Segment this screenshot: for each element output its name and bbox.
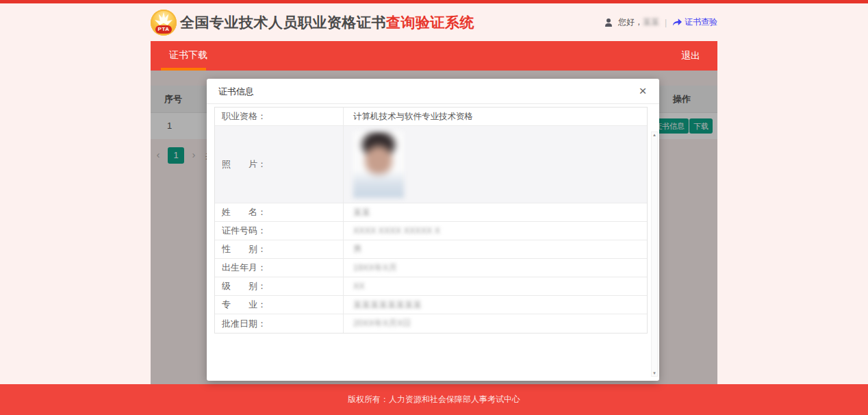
scroll-up-icon[interactable]: ▲	[652, 133, 657, 137]
field-row-level: 级 别： XX	[215, 277, 647, 296]
field-label: 职业资格：	[215, 108, 344, 125]
field-label: 证件号码：	[215, 222, 344, 240]
field-row-id-number: 证件号码： XXXX XXXX XXXXX X	[215, 222, 647, 240]
field-label: 性 别：	[215, 240, 344, 258]
scroll-down-icon[interactable]: ▼	[652, 371, 657, 375]
modal-body: 职业资格： 计算机技术与软件专业技术资格 照 片： 姓 名： 某某 证件号码： …	[207, 104, 659, 381]
field-row-gender: 性 别： 男	[215, 240, 647, 259]
copyright-text: 版权所有：人力资源和社会保障部人事考试中心	[0, 384, 868, 415]
field-row-name: 姓 名： 某某	[215, 203, 647, 222]
field-label: 专 业：	[215, 296, 344, 314]
page-title-accent: 查询验证系统	[386, 14, 474, 30]
user-icon	[605, 18, 615, 27]
field-row-photo: 照 片：	[215, 126, 647, 203]
cert-verify-link[interactable]: 证书查验	[672, 16, 717, 28]
greeting-text: 您好，	[618, 16, 643, 28]
field-label: 级 别：	[215, 277, 344, 295]
logo-band-label: PTA	[155, 25, 172, 34]
footer: 版权所有：人力资源和社会保障部人事考试中心	[0, 384, 868, 415]
modal-scrollbar[interactable]: ▲ ▼	[651, 131, 658, 377]
field-label: 出生年月：	[215, 259, 344, 277]
field-row-qualification: 职业资格： 计算机技术与软件专业技术资格	[215, 108, 647, 126]
navbar: 证书下载 退出	[151, 41, 717, 71]
header: PTA 全国专业技术人员职业资格证书查询验证系统 您好， 某某 | 证书查验	[151, 3, 717, 41]
cert-verify-link-label: 证书查验	[685, 16, 717, 28]
field-value-redacted: 男	[344, 240, 647, 258]
close-icon[interactable]: ×	[635, 83, 651, 99]
cert-fields-table: 职业资格： 计算机技术与软件专业技术资格 照 片： 姓 名： 某某 证件号码： …	[214, 107, 648, 334]
field-row-specialty: 专 业： 某某某某某某某某	[215, 296, 647, 314]
field-value-redacted: XXXX XXXX XXXXX X	[344, 222, 647, 240]
main-content: 序号 操作 1 证书信息 下载 ‹ 1 › 共1条 证书信息 × 职业资格： 计…	[151, 71, 717, 384]
modal-title: 证书信息	[218, 79, 254, 104]
field-label: 批准日期：	[215, 314, 344, 333]
field-row-birthdate: 出生年月： 19XX年X月	[215, 259, 647, 277]
page-title: 全国专业技术人员职业资格证书查询验证系统	[180, 13, 474, 32]
share-arrow-icon	[672, 18, 682, 27]
field-value-redacted: 某某某某某某某某	[344, 296, 647, 314]
field-label: 照 片：	[215, 126, 344, 203]
brand: PTA 全国专业技术人员职业资格证书查询验证系统	[151, 10, 474, 36]
cert-info-dialog: 证书信息 × 职业资格： 计算机技术与软件专业技术资格 照 片： 姓 名： 某某	[207, 79, 659, 381]
field-value	[344, 126, 647, 203]
logout-button[interactable]: 退出	[664, 41, 717, 71]
page-title-main: 全国专业技术人员职业资格证书	[180, 14, 386, 30]
pta-logo-icon: PTA	[151, 10, 177, 36]
field-value: 计算机技术与软件专业技术资格	[344, 108, 647, 125]
field-label: 姓 名：	[215, 203, 344, 221]
field-value-redacted: 20XX年X月X日	[344, 314, 647, 333]
field-row-approval-date: 批准日期： 20XX年X月X日	[215, 314, 647, 333]
modal-header: 证书信息 ×	[207, 79, 659, 104]
greeting-username: 某某	[643, 16, 659, 28]
field-value-redacted: 19XX年X月	[344, 259, 647, 277]
tab-cert-download[interactable]: 证书下载	[169, 41, 207, 71]
greeting-divider: |	[665, 18, 667, 27]
portrait-photo	[353, 131, 404, 198]
greeting: 您好， 某某 | 证书查验	[605, 16, 717, 28]
field-value-redacted: 某某	[344, 203, 647, 221]
field-value-redacted: XX	[344, 277, 647, 295]
